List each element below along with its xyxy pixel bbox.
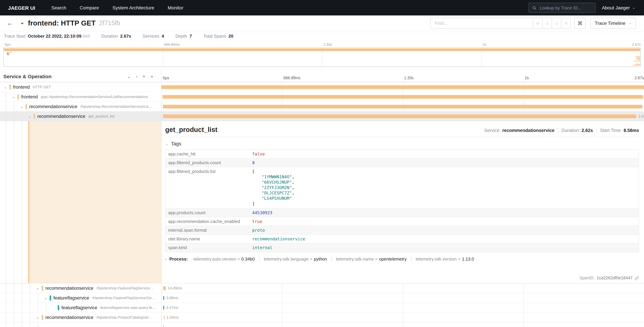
meta-label: Service: (484, 128, 501, 133)
list-item-comma: , (292, 180, 294, 185)
collapse-one-icon[interactable]: › (136, 74, 138, 79)
top-nav: JAEGER UI SearchCompareSystem Architectu… (0, 0, 644, 16)
tag-value-number: 8 (252, 160, 255, 165)
minimap-ticks: 0μs666.89ms1.33s2s2.67s (3, 42, 641, 47)
trace-lookup-box[interactable] (529, 3, 596, 13)
trace-view-select[interactable]: Trace Timeline ⌄ (590, 18, 636, 29)
service-color-strip (42, 315, 43, 320)
span-timeline-cell[interactable]: 3.68ms (162, 293, 644, 302)
span-bar[interactable] (162, 85, 644, 89)
chevron-down-icon[interactable]: ⌄ (44, 296, 50, 300)
tags-accordion-label: Tags (171, 141, 181, 146)
match-count-icon[interactable]: ⊖ (533, 18, 543, 29)
nav-item-search[interactable]: Search (45, 5, 73, 10)
span-row-recommendationservice[interactable]: ⌄recommendationservice/hipstershop.Featu… (0, 283, 644, 293)
span-row-partial[interactable] (0, 322, 644, 327)
minimap-span (634, 61, 640, 62)
trace-view-select-label: Trace Timeline (595, 20, 626, 26)
span-timeline-cell[interactable] (162, 82, 644, 92)
find-input[interactable] (430, 18, 533, 29)
back-icon[interactable]: ← (7, 20, 13, 27)
tag-value: 44530923 (250, 208, 639, 217)
process-accordion-toggle[interactable]: › Process: telemetry.auto.version=0.34b0… (165, 256, 639, 262)
span-timeline-cell[interactable]: 2.62s (162, 112, 644, 121)
chevron-down-icon: ⌄ (632, 5, 635, 10)
minimap-span (6, 52, 11, 53)
span-bar[interactable] (164, 316, 165, 319)
span-bar[interactable] (163, 286, 166, 290)
span-row-recommendationservice[interactable]: ⌄recommendationserviceget_product_list2.… (0, 112, 644, 121)
keyboard-shortcuts-button[interactable]: ⌘ (574, 18, 586, 29)
span-timeline-cell[interactable]: 1.04ms (162, 312, 644, 322)
summary-value: 7 (190, 34, 192, 38)
expand-all-icon[interactable]: » (142, 75, 146, 78)
span-timeline-cell[interactable] (162, 92, 644, 102)
nav-item-compare[interactable]: Compare (73, 5, 106, 10)
tick-label: 2.67s (632, 42, 641, 46)
nav-item-system-architecture[interactable]: System Architecture (106, 5, 161, 10)
span-timeline-cell[interactable] (162, 102, 644, 111)
find-previous-button[interactable]: ∧ (543, 18, 552, 29)
span-timeline-cell[interactable] (162, 322, 644, 327)
tags-accordion-toggle[interactable]: ⌄ Tags (165, 141, 639, 146)
deep-link-icon[interactable] (634, 276, 639, 280)
span-row-frontend[interactable]: ⌄frontendHTTP GET (0, 82, 644, 92)
span-row-recommendationservice[interactable]: ⌄recommendationservice/hipstershop.Produ… (0, 312, 644, 322)
tag-value: false (250, 150, 639, 158)
minimap-span (7, 54, 9, 55)
chevron-down-icon[interactable]: ⌄ (36, 316, 42, 319)
tag-row-otel-library-name: otel.library.namerecommendationservice (166, 235, 639, 244)
chevron-down-icon[interactable]: ⌄ (36, 286, 42, 290)
trace-summary-bar: Trace StartOctober 22 2022, 22:10:09.543… (0, 31, 644, 41)
indent-guide (30, 312, 30, 322)
find-next-button[interactable]: ∨ (552, 18, 562, 29)
indent-guide (14, 121, 14, 283)
tag-row-app-recommendation-cache-enabled: app.recommendation.cache_enabledtrue (166, 217, 639, 226)
find-clear-button[interactable]: ✕ (562, 18, 571, 29)
timeline-tick: 666.89ms (163, 42, 180, 46)
span-bar[interactable] (163, 114, 636, 118)
span-bar[interactable] (163, 306, 164, 310)
span-bar[interactable] (163, 105, 642, 108)
list-item-string: "LS4PSXUNUM" (262, 196, 292, 201)
span-tree-cell: ⌄featureflagservice/hipstershop.FeatureF… (0, 293, 162, 302)
span-row-label: ⌄frontendHTTP GET (0, 84, 161, 90)
service-color-strip (50, 295, 51, 300)
span-row-recommendationservice[interactable]: ⌄recommendationservice/hipstershop.Recom… (0, 102, 644, 112)
chevron-down-icon[interactable]: ⌄ (20, 104, 26, 108)
expand-one-icon[interactable]: ⌄ (127, 74, 131, 79)
span-rows-top: ⌄frontendHTTP GET⌄frontendgrpc.hipstersh… (0, 82, 644, 121)
span-bar[interactable] (163, 325, 164, 327)
span-row-featureflagservice[interactable]: featureflagservicefeatureflagservice.rep… (0, 303, 644, 312)
summary-value: 4 (162, 34, 164, 38)
collapse-all-icon[interactable]: » (151, 74, 153, 79)
about-jaeger-menu[interactable]: About Jaeger ⌄ (602, 5, 635, 10)
chevron-down-icon[interactable]: ⌄ (12, 95, 18, 98)
chevron-down-icon[interactable]: ⌄ (4, 85, 10, 89)
operation-name: /hipstershop.ProductCatalogSer… (96, 315, 155, 319)
process-key: telemetry.sdk.version (416, 256, 457, 262)
span-bar[interactable] (162, 95, 643, 99)
nav-item-monitor[interactable]: Monitor (161, 5, 190, 10)
service-name: recommendationservice (45, 286, 94, 290)
collapse-header-chevron-icon[interactable]: ⌄ (20, 19, 25, 26)
span-bar[interactable] (163, 296, 164, 300)
process-label: Process: (170, 256, 188, 262)
indent-guide (38, 293, 38, 302)
span-row-featureflagservice[interactable]: ⌄featureflagservice/hipstershop.FeatureF… (0, 293, 644, 303)
span-timeline-cell[interactable]: 3.47ms (162, 303, 644, 312)
minimap-canvas[interactable] (3, 47, 641, 67)
operation-name: /hipstershop.FeatureFlagService… (96, 286, 156, 290)
jaeger-logo[interactable]: JAEGER UI (0, 5, 45, 10)
span-row-frontend[interactable]: ⌄frontendgrpc.hipstershop.Recommendation… (0, 92, 644, 102)
list-item-string: "2ZYFJ3GM2N" (262, 185, 292, 190)
list-item: "LS4PSXUNUM" (252, 196, 636, 201)
chevron-down-icon[interactable]: ⌄ (28, 114, 34, 118)
span-timeline-cell[interactable]: 14.49ms (162, 283, 644, 293)
list-item: "66VCHSJNUP", (252, 180, 636, 185)
indent-guide (6, 112, 6, 121)
indent-guide (14, 112, 14, 121)
trace-lookup-input[interactable] (539, 5, 590, 10)
service-name: featureflagservice (54, 295, 89, 300)
indent-guide (30, 283, 30, 293)
